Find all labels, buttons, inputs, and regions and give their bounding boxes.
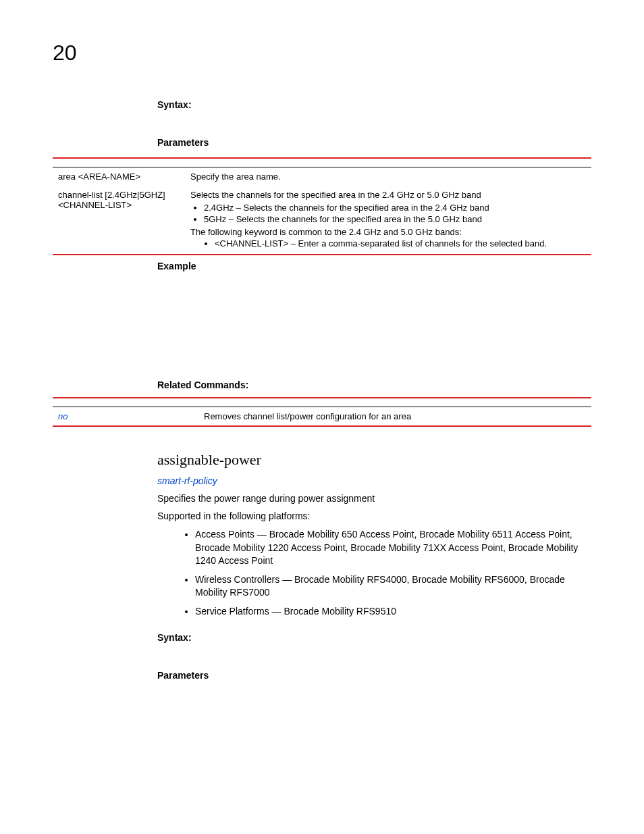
param-desc-text: The following keyword is common to the 2… [190,227,586,237]
list-item: 5GHz – Selects the channels for the spec… [204,214,586,224]
command-description: Specifies the power range during power a… [157,493,591,504]
chapter-number: 20 [53,41,591,66]
table-row: area <AREA-NAME> Specify the area name. [53,167,591,186]
param-name-line: channel-list [2.4GHz|5GHZ] [58,190,180,200]
related-commands-table: no Removes channel list/power configurat… [53,397,591,427]
list-item: <CHANNEL-LIST> – Enter a comma-separated… [215,238,586,249]
list-item: Access Points — Brocade Mobility 650 Acc… [195,528,591,568]
syntax-label: Syntax: [157,632,591,643]
related-command-desc: Removes channel list/power configuration… [198,407,591,427]
syntax-label: Syntax: [157,99,591,110]
related-commands-label: Related Commands: [157,380,591,390]
command-heading: assignable-power [157,451,591,469]
param-name: area <AREA-NAME> [53,167,185,186]
table-row: channel-list [2.4GHz|5GHZ] <CHANNEL-LIST… [53,186,591,255]
context-link[interactable]: smart-rf-policy [157,475,217,486]
param-name-line: <CHANNEL-LIST> [58,200,180,210]
param-name: channel-list [2.4GHz|5GHZ] <CHANNEL-LIST… [53,186,185,255]
table-row: no Removes channel list/power configurat… [53,407,591,427]
related-command-link[interactable]: no [58,411,68,421]
param-desc-text: Selects the channels for the specified a… [190,190,586,200]
param-desc: Specify the area name. [185,167,591,186]
parameters-label: Parameters [157,670,591,681]
supported-platforms-label: Supported in the following platforms: [157,511,591,521]
list-item: Wireless Controllers — Brocade Mobility … [195,573,591,600]
parameters-table: area <AREA-NAME> Specify the area name. … [53,157,591,255]
example-label: Example [157,261,591,271]
list-item: Service Platforms — Brocade Mobility RFS… [195,605,591,619]
parameters-label: Parameters [157,137,591,148]
param-desc: Selects the channels for the specified a… [185,186,591,255]
list-item: 2.4GHz – Selects the channels for the sp… [204,203,586,213]
